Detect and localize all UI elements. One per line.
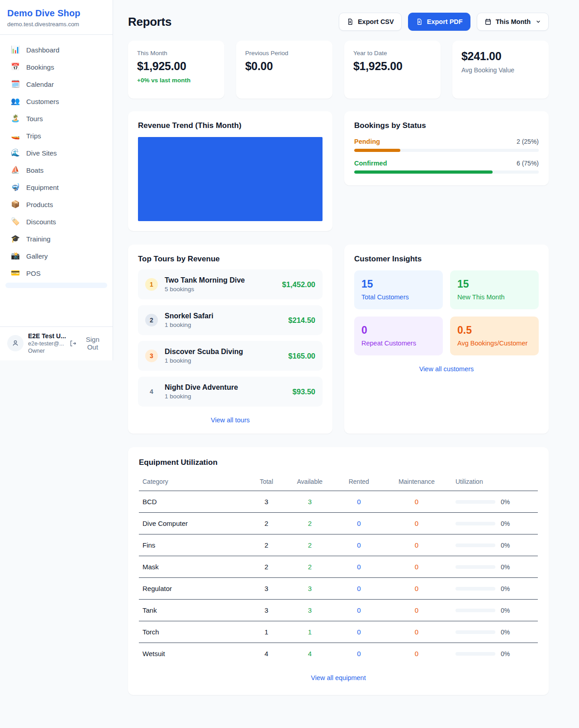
graduation-cap-icon: 🎓: [11, 235, 20, 242]
tour-name: Snorkel Safari: [165, 312, 214, 320]
calendar-icon: [484, 18, 492, 25]
cell-rented: 0: [337, 491, 381, 513]
person-icon: [11, 339, 19, 347]
table-row: Wetsuit 4 4 0 0 0%: [139, 643, 538, 665]
view-all-tours-link[interactable]: View all tours: [138, 416, 323, 424]
period-dropdown[interactable]: This Month: [477, 13, 549, 31]
utilization-bar: [456, 500, 495, 504]
cell-rented: 0: [337, 556, 381, 578]
view-all-customers-link[interactable]: View all customers: [354, 365, 539, 373]
sidebar-item-equipment[interactable]: 🤿Equipment: [0, 179, 113, 196]
progress-track: [354, 170, 539, 174]
bookings-by-status-title: Bookings by Status: [354, 121, 539, 130]
insight-label: Repeat Customers: [361, 340, 436, 347]
stats-row: This Month $1,925.00 +0% vs last month P…: [128, 41, 549, 99]
sidebar-item-pos[interactable]: 💳POS: [0, 265, 113, 282]
tour-bookings: 5 bookings: [165, 286, 245, 293]
cell-total: 3: [250, 491, 283, 513]
equipment-utilization-card: Equipment Utilization Category Total Ava…: [128, 447, 549, 695]
cell-maintenance: 0: [381, 578, 452, 600]
sidebar-item-gallery[interactable]: 📸Gallery: [0, 247, 113, 265]
cell-maintenance: 0: [381, 600, 452, 621]
cell-maintenance: 0: [381, 491, 452, 513]
stat-value: $1,925.00: [353, 60, 432, 73]
brand-title: Demo Dive Shop: [7, 8, 105, 19]
cell-category: Dive Computer: [139, 513, 250, 534]
cell-rented: 0: [337, 600, 381, 621]
sidebar-item-training[interactable]: 🎓Training: [0, 230, 113, 247]
sidebar-item-dive-sites[interactable]: 🌊Dive Sites: [0, 144, 113, 161]
user-meta: E2E Test U... e2e-tester@... Owner: [28, 332, 65, 354]
export-pdf-button[interactable]: Export PDF: [408, 13, 470, 31]
tour-row: 2 Snorkel Safari 1 booking $214.50: [138, 305, 323, 335]
island-icon: 🏝️: [11, 115, 20, 122]
cell-available: 2: [283, 513, 337, 534]
utilization-pct: 0%: [501, 607, 510, 614]
wave-icon: 🌊: [11, 149, 20, 156]
sidebar-item-label: Discounts: [26, 218, 56, 226]
logout-icon: [69, 340, 76, 347]
sign-out-label: Sign Out: [80, 336, 105, 351]
tour-amount: $93.50: [293, 388, 315, 396]
view-all-equipment-link[interactable]: View all equipment: [139, 674, 538, 681]
sidebar: Demo Dive Shop demo.test.divestreams.com…: [0, 0, 113, 360]
sidebar-item-customers[interactable]: 👥Customers: [0, 93, 113, 110]
cell-rented: 0: [337, 643, 381, 665]
progress-track: [354, 149, 539, 152]
sidebar-item-discounts[interactable]: 🏷️Discounts: [0, 213, 113, 230]
utilization-bar: [456, 544, 495, 547]
table-row: Fins 2 2 0 0 0%: [139, 534, 538, 556]
sidebar-item-label: Gallery: [26, 252, 48, 260]
sidebar-nav: 📊Dashboard 📅Bookings 🗓️Calendar 👥Custome…: [0, 35, 113, 326]
insight-tile-repeat-customers: 0 Repeat Customers: [354, 317, 443, 355]
sidebar-item-tours[interactable]: 🏝️Tours: [0, 110, 113, 127]
sidebar-item-label: Equipment: [26, 184, 59, 191]
utilization-bar: [456, 652, 495, 656]
sign-out-button[interactable]: Sign Out: [69, 336, 105, 351]
tour-name: Two Tank Morning Dive: [165, 276, 245, 284]
sidebar-item-active-partial[interactable]: [5, 283, 107, 288]
revenue-trend-card: Revenue Trend (This Month): [128, 111, 332, 231]
bar-chart-icon: 📊: [11, 46, 20, 53]
tour-bookings: 1 booking: [165, 357, 243, 364]
rank-badge: 1: [145, 278, 158, 291]
sidebar-item-trips[interactable]: 🚤Trips: [0, 127, 113, 144]
utilization-pct: 0%: [501, 520, 510, 527]
insight-label: Avg Bookings/Customer: [457, 340, 532, 347]
sidebar-item-label: Products: [26, 201, 53, 208]
export-csv-button[interactable]: Export CSV: [339, 13, 402, 31]
sidebar-item-dashboard[interactable]: 📊Dashboard: [0, 41, 113, 58]
cell-maintenance: 0: [381, 556, 452, 578]
header-actions: Export CSV Export PDF This Month: [339, 13, 549, 31]
utilization-bar: [456, 565, 495, 569]
cell-category: Tank: [139, 600, 250, 621]
sidebar-item-bookings[interactable]: 📅Bookings: [0, 58, 113, 76]
progress-fill-pending: [354, 149, 400, 152]
tour-row: 3 Discover Scuba Diving 1 booking $165.0…: [138, 341, 323, 371]
utilization-bar: [456, 630, 495, 634]
sidebar-item-label: Trips: [26, 132, 41, 140]
insight-tile-new-this-month: 15 New This Month: [450, 270, 539, 309]
stat-label: Avg Booking Value: [461, 66, 540, 74]
period-label: This Month: [496, 18, 531, 25]
brand-block: Demo Dive Shop demo.test.divestreams.com: [0, 0, 113, 35]
sidebar-item-boats[interactable]: ⛵Boats: [0, 161, 113, 179]
revenue-trend-bar: [138, 137, 323, 221]
chevron-down-icon: [536, 19, 541, 24]
sidebar-item-products[interactable]: 📦Products: [0, 196, 113, 213]
cell-utilization: 0%: [452, 600, 538, 621]
cell-available: 2: [283, 534, 337, 556]
utilization-pct: 0%: [501, 629, 510, 636]
stat-value: $0.00: [245, 60, 323, 73]
insights-row: Top Tours by Revenue 1 Two Tank Morning …: [128, 245, 549, 434]
table-row: Dive Computer 2 2 0 0 0%: [139, 513, 538, 534]
status-row-confirmed: Confirmed 6 (75%): [354, 160, 539, 174]
utilization-pct: 0%: [501, 650, 510, 657]
equipment-utilization-title: Equipment Utilization: [139, 458, 538, 467]
col-header-category: Category: [139, 474, 250, 491]
sidebar-item-calendar[interactable]: 🗓️Calendar: [0, 76, 113, 93]
cell-rented: 0: [337, 621, 381, 643]
status-count: 6 (75%): [517, 160, 539, 167]
diving-mask-icon: 🤿: [11, 184, 20, 191]
status-count: 2 (25%): [517, 138, 539, 145]
